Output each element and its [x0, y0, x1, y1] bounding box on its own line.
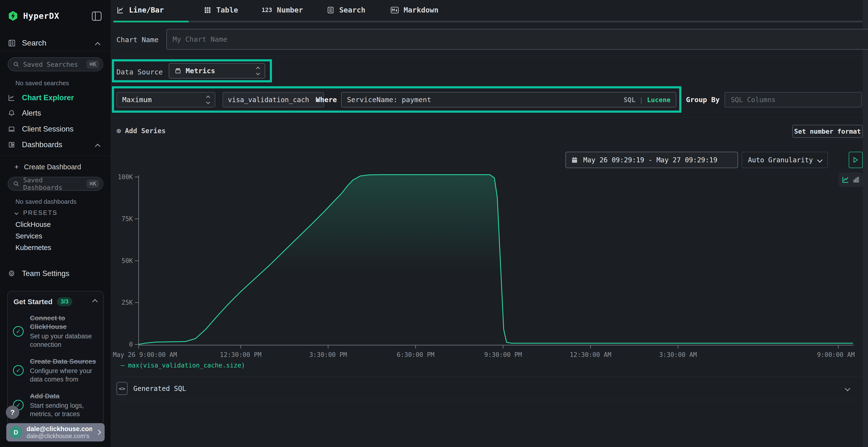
saved-dashboards-input[interactable]: Saved Dashboards ⌘K	[8, 177, 103, 191]
metric-chip[interactable]: visa_validation_cach ✕	[222, 92, 324, 107]
no-saved-dashboards-note: No saved dashboards	[16, 198, 76, 205]
tab-label: Markdown	[404, 6, 439, 14]
main-content: Line/Bar Table 123 Number Search M	[111, 0, 868, 447]
chevron-right-icon	[96, 429, 101, 435]
svg-text:50K: 50K	[122, 257, 133, 265]
generated-sql-toggle[interactable]: <> Generated SQL	[117, 379, 863, 398]
granularity-value: Auto Granularity	[748, 156, 813, 164]
run-query-button[interactable]	[849, 152, 863, 168]
sidebar-item-alerts[interactable]: Alerts	[8, 109, 41, 117]
get-started-card: Get Started 3/3 ✓ Connect to ClickHouse …	[7, 291, 104, 432]
add-series-button[interactable]: ⊕ Add Series	[117, 126, 166, 135]
chart-explorer-label: Chart Explorer	[22, 94, 74, 102]
sidebar-item-dashboards[interactable]: Dashboards	[8, 140, 62, 149]
get-started-collapse-chevron-icon[interactable]	[92, 299, 98, 304]
tabbar-divider	[113, 21, 863, 23]
tab-label: Line/Bar	[129, 6, 164, 14]
user-email: dale@clickhouse.com	[27, 425, 92, 433]
toggle-separator: |	[639, 96, 643, 104]
group-by-input[interactable]	[724, 92, 862, 107]
sidebar-collapse-icon[interactable]	[92, 11, 101, 21]
task-desc: Set up your database connection	[30, 332, 98, 349]
data-source-label: Data Source	[117, 68, 163, 76]
sidebar-item-team-settings[interactable]: Team Settings	[8, 269, 69, 278]
gear-icon	[8, 270, 15, 277]
svg-text:12:30:00 AM: 12:30:00 AM	[570, 351, 611, 358]
dashboards-icon	[8, 141, 15, 148]
sidebar-section-search[interactable]: Search	[8, 38, 46, 47]
tab-number[interactable]: 123 Number	[261, 6, 303, 14]
lucene-mode-toggle[interactable]: Lucene	[647, 96, 671, 104]
presets-section[interactable]: PRESETS	[15, 209, 57, 216]
sidebar-item-client-sessions[interactable]: Client Sessions	[8, 125, 73, 133]
get-started-item[interactable]: ✓ Add Data Start sending logs, metrics, …	[8, 386, 103, 421]
alerts-label: Alerts	[22, 109, 41, 117]
app-title: HyperDX	[23, 11, 59, 21]
calendar-icon	[571, 157, 578, 163]
user-menu[interactable]: D dale@clickhouse.com dale@clickhouse.co…	[6, 423, 105, 442]
no-saved-searches-note: No saved searches	[16, 79, 69, 87]
svg-text:25K: 25K	[122, 299, 133, 306]
where-label: Where	[316, 96, 337, 104]
tab-markdown[interactable]: Markdown	[391, 6, 439, 14]
create-dashboard-button[interactable]: + Create Dashboard	[14, 163, 81, 171]
divider	[117, 56, 863, 56]
set-number-format-label: Set number format	[794, 128, 861, 135]
search-icon	[13, 181, 19, 187]
avatar: D	[10, 426, 22, 439]
bell-icon	[8, 110, 15, 117]
legend-series-label: max(visa_validation_cache.size)	[128, 362, 245, 369]
chevron-down-icon	[817, 157, 823, 163]
where-input[interactable]: ServiceName: payment SQL | Lucene	[341, 92, 676, 107]
chart-legend[interactable]: — max(visa_validation_cache.size)	[121, 361, 245, 369]
shortcut-badge: ⌘K	[87, 60, 99, 69]
tab-search[interactable]: Search	[327, 6, 365, 14]
chart-name-label: Chart Name	[117, 36, 159, 44]
get-started-item[interactable]: ✓ Connect to ClickHouse Set up your data…	[8, 309, 103, 352]
markdown-icon	[391, 6, 399, 14]
app-logo[interactable]: HyperDX	[8, 10, 59, 21]
legend-series-swatch: —	[121, 361, 125, 369]
check-circle-icon: ✓	[13, 365, 24, 376]
help-button[interactable]: ?	[6, 406, 19, 419]
shortcut-badge: ⌘K	[87, 179, 99, 188]
task-title: Add Data	[30, 392, 60, 400]
chart-name-input[interactable]	[166, 29, 868, 49]
aggregation-select[interactable]: Maximum	[117, 92, 215, 107]
laptop-icon	[8, 126, 15, 133]
metric-chip-label: visa_validation_cach	[228, 96, 309, 104]
client-sessions-label: Client Sessions	[22, 125, 73, 133]
create-dashboard-label: Create Dashboard	[24, 163, 81, 171]
get-started-title: Get Started	[13, 298, 53, 306]
preset-kubernetes[interactable]: Kubernetes	[16, 244, 51, 252]
svg-text:3:30:00 AM: 3:30:00 AM	[659, 351, 697, 358]
dashboards-collapse-chevron-icon[interactable]	[95, 144, 100, 149]
preset-clickhouse[interactable]: ClickHouse	[16, 220, 51, 229]
search-section-label: Search	[22, 38, 46, 47]
tab-line-bar[interactable]: Line/Bar	[117, 6, 164, 14]
chart-explorer-icon	[8, 94, 15, 101]
saved-searches-input[interactable]: Saved Searches ⌘K	[8, 57, 103, 71]
sidebar-item-chart-explorer[interactable]: Chart Explorer	[8, 94, 74, 102]
data-source-select[interactable]: Metrics	[169, 63, 265, 78]
granularity-select[interactable]: Auto Granularity	[742, 152, 828, 168]
date-range-picker[interactable]: May 26 09:29:19 - May 27 09:29:19	[565, 152, 738, 168]
select-updown-icon	[202, 96, 210, 104]
number-123-icon: 123	[261, 7, 272, 13]
sql-mode-toggle[interactable]: SQL	[623, 96, 635, 104]
set-number-format-button[interactable]: Set number format	[792, 125, 863, 138]
user-subtitle: dale@clickhouse.com's	[27, 433, 92, 439]
search-collapse-chevron-icon[interactable]	[95, 42, 100, 48]
tab-table[interactable]: Table	[204, 6, 238, 14]
svg-text:75K: 75K	[122, 215, 133, 222]
sidebar: HyperDX Search Saved Searches ⌘K No save…	[0, 0, 111, 447]
hyperdx-logo-icon	[8, 10, 18, 21]
select-updown-icon	[252, 67, 259, 75]
svg-text:6:30:00 PM: 6:30:00 PM	[397, 351, 434, 358]
svg-text:9:00:00 AM: 9:00:00 AM	[817, 351, 855, 358]
timeseries-chart[interactable]: 025K50K75K100KMay 26 9:00:00 AM12:30:00 …	[111, 169, 868, 361]
get-started-item[interactable]: ✓ Create Data Sources Configure where yo…	[8, 352, 103, 386]
preset-services[interactable]: Services	[16, 232, 42, 240]
hyperdx-app: HyperDX Search Saved Searches ⌘K No save…	[0, 0, 868, 447]
svg-text:May 26 9:00:00 AM: May 26 9:00:00 AM	[113, 351, 177, 358]
